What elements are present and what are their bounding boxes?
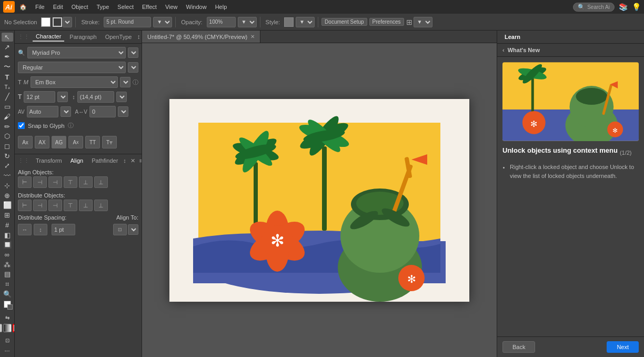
leading-arrow[interactable]: ▼ (116, 92, 127, 102)
stroke-type-select[interactable]: ▼ (153, 17, 172, 27)
gradient-mode[interactable] (3, 324, 12, 332)
slice-tool[interactable]: ⌗ (2, 280, 13, 289)
align-left-text-btn[interactable]: Ax (18, 136, 33, 148)
dist-right-btn[interactable]: ⊣ (48, 200, 62, 211)
tab-opentype[interactable]: OpenType (102, 33, 135, 41)
menu-object[interactable]: Object (68, 3, 92, 11)
tracking-input[interactable] (89, 106, 116, 117)
menu-select[interactable]: Select (114, 3, 137, 11)
opacity-input[interactable] (207, 17, 236, 27)
shaper-tool[interactable]: ⬡ (2, 132, 13, 141)
menu-file[interactable]: File (32, 3, 48, 11)
selection-tool[interactable]: ↖ (2, 33, 13, 42)
dist-v-spacing-btn[interactable]: ↕ (34, 224, 47, 235)
paintbrush-tool[interactable]: 🖌 (2, 112, 13, 121)
arrange-select[interactable]: ▼ (414, 17, 432, 27)
all-caps-btn[interactable]: TT (85, 136, 100, 148)
font-family-arrow[interactable]: ▼ (128, 47, 138, 58)
dist-bottom-btn[interactable]: ⊥ (94, 200, 108, 211)
align-to-page-btn[interactable]: ⊡ (113, 224, 127, 235)
character-panel-collapse[interactable]: ↕ (137, 33, 140, 41)
align-tab[interactable]: Align (67, 156, 86, 165)
curvature-tool[interactable]: 〜 (2, 62, 13, 72)
eyedropper-tool[interactable]: 🔲 (2, 240, 13, 249)
align-right-btn[interactable]: ⊣ (48, 176, 62, 188)
perspective-tool[interactable]: ⊞ (2, 211, 13, 220)
menu-type[interactable]: Type (93, 3, 113, 11)
menu-edit[interactable]: Edit (49, 3, 67, 11)
kerning-arrow[interactable]: ▼ (61, 106, 71, 117)
warp-tool[interactable]: 〰 (2, 171, 13, 180)
back-btn[interactable]: Back (502, 341, 535, 353)
document-setup-btn[interactable]: Document Setup (321, 18, 367, 26)
stroke-options-select[interactable] (63, 17, 72, 27)
em-box-arrow[interactable]: ▼ (120, 77, 130, 87)
spacing-input[interactable] (52, 224, 75, 235)
menu-view[interactable]: View (162, 3, 182, 11)
dist-left-btn[interactable]: ⊢ (18, 200, 32, 211)
preferences-btn[interactable]: Preferences (369, 18, 404, 26)
style-select[interactable]: ▼ (296, 17, 315, 27)
style-swatch[interactable] (284, 17, 294, 27)
dist-top-btn[interactable]: ⊤ (64, 200, 77, 211)
learn-tab[interactable]: Learn (501, 33, 524, 41)
tab-paragraph[interactable]: Paragraph (66, 33, 99, 41)
zoom-tool[interactable]: 🔍 (2, 290, 13, 299)
leading-input[interactable] (77, 91, 114, 103)
align-bottom-btn[interactable]: ⊥ (94, 176, 108, 188)
kerning-input[interactable] (27, 106, 58, 117)
stroke-value-input[interactable] (104, 17, 151, 27)
dist-middle-v-btn[interactable]: ⊥ (79, 200, 93, 211)
em-box-select[interactable]: Em Box (31, 76, 118, 88)
pathfinder-tab[interactable]: Pathfinder (88, 156, 121, 165)
column-graph-tool[interactable]: ▤ (2, 270, 13, 279)
doc-tab-close-btn[interactable]: ✕ (250, 34, 255, 39)
opacity-select[interactable]: ▼ (238, 17, 257, 27)
pencil-tool[interactable]: ✏ (2, 122, 13, 131)
menu-effect[interactable]: Effect (138, 3, 160, 11)
eraser-tool[interactable]: ◻ (2, 142, 13, 151)
rectangle-tool[interactable]: ▭ (2, 102, 13, 111)
font-style-select[interactable]: Regular (18, 62, 126, 73)
line-tool[interactable]: ╱ (2, 93, 13, 102)
font-size-arrow[interactable]: ▼ (57, 92, 68, 102)
shape-builder-tool[interactable]: ⊕ (2, 191, 13, 200)
gradient-tool[interactable]: ◧ (2, 231, 13, 240)
pen-tool[interactable]: ✒ (2, 52, 13, 61)
document-tab-1[interactable]: Untitled-7* @ 50,49% (CMYK/Preview) ✕ (142, 31, 260, 43)
stroke-swatch[interactable] (53, 17, 62, 27)
transform-tab[interactable]: Transform (33, 156, 65, 165)
live-paint-tool[interactable]: ⬜ (2, 201, 13, 210)
next-btn[interactable]: Next (607, 341, 639, 353)
blend-tool[interactable]: ∞ (2, 250, 13, 259)
whats-new-back-btn[interactable]: ‹ (502, 47, 505, 53)
touch-type-tool[interactable]: Tₐ (2, 83, 13, 92)
fill-color[interactable] (4, 301, 11, 308)
canvas-content[interactable]: ✻ (142, 43, 497, 357)
dist-center-h-btn[interactable]: ⊣ (33, 200, 47, 211)
tab-character[interactable]: Character (33, 32, 64, 42)
menu-window[interactable]: Window (183, 3, 210, 11)
font-size-input[interactable] (24, 91, 55, 103)
scale-tool[interactable]: ⤢ (2, 162, 13, 171)
menu-home[interactable]: 🏠 (16, 3, 31, 12)
discover-icon[interactable]: 💡 (632, 3, 641, 11)
dist-h-spacing-btn[interactable]: ↔ (18, 224, 32, 235)
font-style-arrow[interactable]: ▼ (128, 62, 138, 73)
align-panel-collapse[interactable]: ↕ (123, 157, 126, 164)
align-center-text-btn[interactable]: AX (35, 136, 49, 148)
small-caps-btn[interactable]: Tᴛ (102, 136, 117, 148)
tracking-arrow[interactable]: ▼ (118, 106, 128, 117)
menu-help[interactable]: Help (212, 3, 231, 11)
superscript-btn[interactable]: Ax (68, 136, 83, 148)
align-left-btn[interactable]: ⊢ (18, 176, 32, 188)
snap-to-glyph-checkbox[interactable] (18, 122, 25, 129)
fill-swatch[interactable] (41, 17, 51, 27)
font-family-select[interactable]: Myriad Pro (27, 47, 126, 58)
snap-info-icon[interactable]: ⓘ (68, 122, 74, 130)
align-middle-v-btn[interactable]: ⊥ (79, 176, 93, 188)
align-panel-close[interactable]: ✕ (130, 157, 135, 164)
direct-select-tool[interactable]: ↗ (2, 43, 13, 52)
type-tool[interactable]: T (2, 73, 13, 82)
libraries-icon[interactable]: 📚 (619, 3, 628, 11)
